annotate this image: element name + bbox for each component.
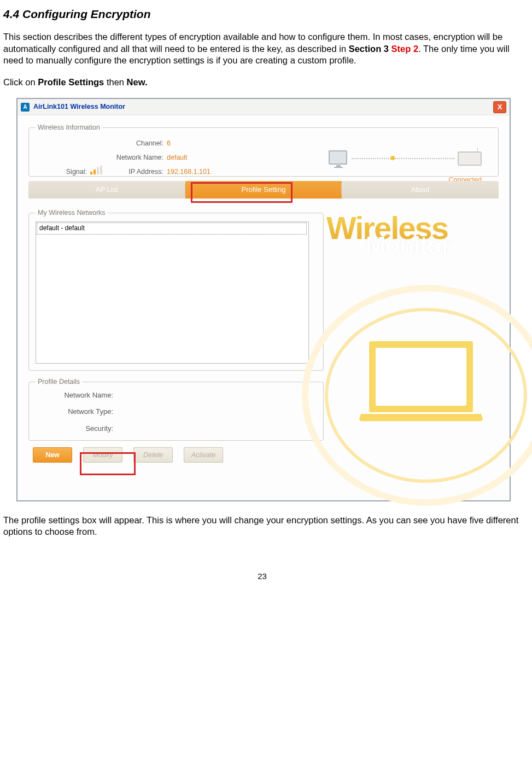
pd-legend: Profile Details <box>36 377 82 386</box>
connection-graphic <box>329 143 482 174</box>
section-title-text: Configuring Encryption <box>22 8 150 20</box>
laptop-icon <box>367 340 483 427</box>
paragraph-2: Click on Profile Settings then New. <box>3 77 521 88</box>
p2-c: then <box>104 77 126 87</box>
activate-button-label: Activate <box>191 451 215 459</box>
link-led-icon <box>390 156 395 160</box>
wireless-monitor-logo: Wireless Monitor <box>326 214 450 258</box>
wireless-info-group: Wireless Information Channel: 6 Network … <box>28 123 499 177</box>
screenshot-figure: A AirLink101 Wireless Monitor X Wireless… <box>16 98 511 501</box>
mwn-legend: My Wireless Networks <box>36 208 108 217</box>
paragraph-1: This section describes the different typ… <box>3 31 521 66</box>
pd-netname-label: Network Name: <box>36 391 118 400</box>
pd-security-label: Security: <box>36 424 118 434</box>
profile-list[interactable]: default - default <box>36 221 309 364</box>
close-button[interactable]: X <box>493 101 506 113</box>
link-path-icon <box>352 158 454 159</box>
p2-new: New. <box>127 77 148 87</box>
monitor-icon <box>329 150 348 167</box>
network-name-value: default <box>167 153 238 162</box>
signal-label: Signal: <box>36 167 90 176</box>
close-icon: X <box>498 103 502 110</box>
pd-nettype-label: Network Type: <box>36 407 118 417</box>
tab-about-label: About <box>411 185 430 195</box>
tab-about[interactable]: About <box>342 181 499 198</box>
tab-ap-list[interactable]: AP List <box>28 181 185 198</box>
modify-button[interactable]: Modify <box>83 447 122 463</box>
branding-panel: Wireless Monitor <box>324 208 499 476</box>
page-number: 23 <box>3 571 521 582</box>
my-wireless-networks-group: My Wireless Networks default - default <box>28 208 324 371</box>
profile-button-row: New Modify Delete Activate <box>28 447 324 463</box>
section-heading: 4.4 Configuring Encryption <box>3 7 521 21</box>
p1-step2: Step 2 <box>391 44 419 54</box>
paragraph-3: The profile settings box will appear. Th… <box>3 515 521 538</box>
channel-value: 6 <box>167 139 238 148</box>
logo-monitor: Monitor <box>366 233 450 258</box>
p2-profile-settings: Profile Settings <box>38 77 104 87</box>
profile-details-group: Profile Details Network Name: Network Ty… <box>28 377 324 441</box>
ip-value: 192.168.1.101 <box>167 167 238 176</box>
tab-profile-setting[interactable]: Profile Setting <box>185 181 342 198</box>
signal-icon <box>90 167 102 174</box>
tab-ap-label: AP List <box>96 185 118 195</box>
list-item[interactable]: default - default <box>37 223 307 235</box>
tabs-bar-wrap: AP List Profile Setting About <box>28 181 499 198</box>
wireless-info-legend: Wireless Information <box>36 123 102 132</box>
modify-button-label: Modify <box>93 451 113 459</box>
channel-label: Channel: <box>109 139 167 148</box>
p1-section3: Section 3 <box>349 44 391 54</box>
new-button[interactable]: New <box>33 447 72 463</box>
network-name-label: Network Name: <box>109 153 167 162</box>
ip-label: IP Address: <box>109 167 167 176</box>
delete-button-label: Delete <box>143 451 163 459</box>
activate-button[interactable]: Activate <box>184 447 223 463</box>
p2-a: Click on <box>3 77 38 87</box>
router-icon <box>458 151 482 166</box>
delete-button[interactable]: Delete <box>133 447 173 463</box>
window-title: AirLink101 Wireless Monitor <box>33 102 493 111</box>
tab-profile-label: Profile Setting <box>242 185 286 195</box>
app-icon: A <box>21 103 30 112</box>
new-button-label: New <box>45 451 60 459</box>
section-number: 4.4 <box>3 8 19 20</box>
tabs-bar: AP List Profile Setting About <box>28 181 499 198</box>
window-titlebar: A AirLink101 Wireless Monitor X <box>17 99 510 115</box>
